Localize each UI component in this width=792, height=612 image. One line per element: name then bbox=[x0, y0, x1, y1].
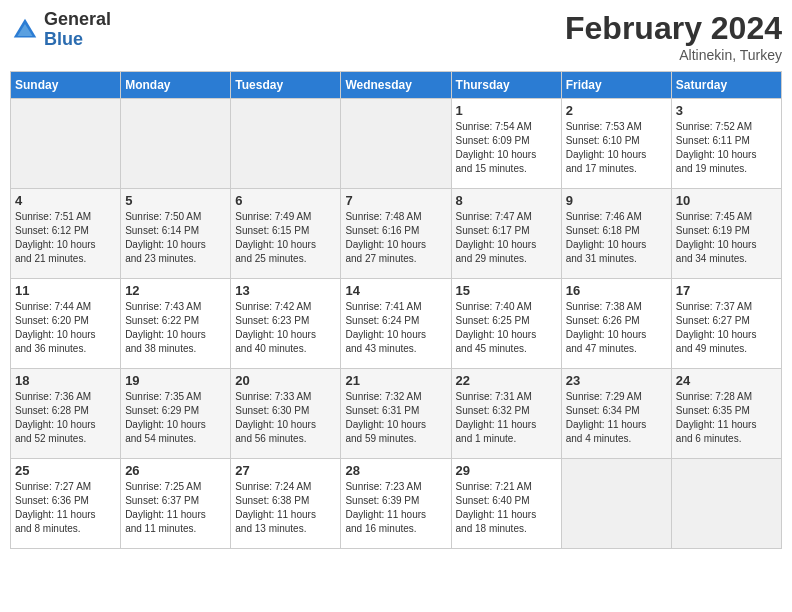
day-info: Sunrise: 7:43 AMSunset: 6:22 PMDaylight:… bbox=[125, 300, 226, 356]
day-number: 2 bbox=[566, 103, 667, 118]
calendar-cell: 10Sunrise: 7:45 AMSunset: 6:19 PMDayligh… bbox=[671, 189, 781, 279]
day-info: Sunrise: 7:35 AMSunset: 6:29 PMDaylight:… bbox=[125, 390, 226, 446]
calendar-cell: 18Sunrise: 7:36 AMSunset: 6:28 PMDayligh… bbox=[11, 369, 121, 459]
day-info: Sunrise: 7:52 AMSunset: 6:11 PMDaylight:… bbox=[676, 120, 777, 176]
day-info: Sunrise: 7:36 AMSunset: 6:28 PMDaylight:… bbox=[15, 390, 116, 446]
logo-text: General Blue bbox=[44, 10, 111, 50]
day-info: Sunrise: 7:21 AMSunset: 6:40 PMDaylight:… bbox=[456, 480, 557, 536]
day-info: Sunrise: 7:31 AMSunset: 6:32 PMDaylight:… bbox=[456, 390, 557, 446]
calendar-cell: 15Sunrise: 7:40 AMSunset: 6:25 PMDayligh… bbox=[451, 279, 561, 369]
day-info: Sunrise: 7:54 AMSunset: 6:09 PMDaylight:… bbox=[456, 120, 557, 176]
day-info: Sunrise: 7:38 AMSunset: 6:26 PMDaylight:… bbox=[566, 300, 667, 356]
calendar-cell: 21Sunrise: 7:32 AMSunset: 6:31 PMDayligh… bbox=[341, 369, 451, 459]
calendar-cell: 4Sunrise: 7:51 AMSunset: 6:12 PMDaylight… bbox=[11, 189, 121, 279]
calendar-cell: 11Sunrise: 7:44 AMSunset: 6:20 PMDayligh… bbox=[11, 279, 121, 369]
calendar-cell: 28Sunrise: 7:23 AMSunset: 6:39 PMDayligh… bbox=[341, 459, 451, 549]
title-block: February 2024 Altinekin, Turkey bbox=[565, 10, 782, 63]
calendar-cell bbox=[671, 459, 781, 549]
calendar-cell: 24Sunrise: 7:28 AMSunset: 6:35 PMDayligh… bbox=[671, 369, 781, 459]
day-info: Sunrise: 7:23 AMSunset: 6:39 PMDaylight:… bbox=[345, 480, 446, 536]
day-of-week-header: Tuesday bbox=[231, 72, 341, 99]
day-number: 5 bbox=[125, 193, 226, 208]
day-info: Sunrise: 7:33 AMSunset: 6:30 PMDaylight:… bbox=[235, 390, 336, 446]
day-info: Sunrise: 7:45 AMSunset: 6:19 PMDaylight:… bbox=[676, 210, 777, 266]
day-info: Sunrise: 7:32 AMSunset: 6:31 PMDaylight:… bbox=[345, 390, 446, 446]
day-info: Sunrise: 7:25 AMSunset: 6:37 PMDaylight:… bbox=[125, 480, 226, 536]
day-info: Sunrise: 7:27 AMSunset: 6:36 PMDaylight:… bbox=[15, 480, 116, 536]
page-header: General Blue February 2024 Altinekin, Tu… bbox=[10, 10, 782, 63]
day-info: Sunrise: 7:51 AMSunset: 6:12 PMDaylight:… bbox=[15, 210, 116, 266]
calendar-cell bbox=[121, 99, 231, 189]
logo: General Blue bbox=[10, 10, 111, 50]
calendar-cell: 27Sunrise: 7:24 AMSunset: 6:38 PMDayligh… bbox=[231, 459, 341, 549]
calendar-cell: 13Sunrise: 7:42 AMSunset: 6:23 PMDayligh… bbox=[231, 279, 341, 369]
day-info: Sunrise: 7:50 AMSunset: 6:14 PMDaylight:… bbox=[125, 210, 226, 266]
day-info: Sunrise: 7:47 AMSunset: 6:17 PMDaylight:… bbox=[456, 210, 557, 266]
calendar-cell: 25Sunrise: 7:27 AMSunset: 6:36 PMDayligh… bbox=[11, 459, 121, 549]
day-number: 20 bbox=[235, 373, 336, 388]
day-number: 16 bbox=[566, 283, 667, 298]
day-info: Sunrise: 7:41 AMSunset: 6:24 PMDaylight:… bbox=[345, 300, 446, 356]
day-info: Sunrise: 7:48 AMSunset: 6:16 PMDaylight:… bbox=[345, 210, 446, 266]
calendar-cell: 16Sunrise: 7:38 AMSunset: 6:26 PMDayligh… bbox=[561, 279, 671, 369]
calendar-cell: 23Sunrise: 7:29 AMSunset: 6:34 PMDayligh… bbox=[561, 369, 671, 459]
day-info: Sunrise: 7:44 AMSunset: 6:20 PMDaylight:… bbox=[15, 300, 116, 356]
calendar-cell: 9Sunrise: 7:46 AMSunset: 6:18 PMDaylight… bbox=[561, 189, 671, 279]
day-number: 24 bbox=[676, 373, 777, 388]
day-number: 8 bbox=[456, 193, 557, 208]
day-number: 10 bbox=[676, 193, 777, 208]
day-number: 9 bbox=[566, 193, 667, 208]
day-number: 28 bbox=[345, 463, 446, 478]
day-number: 23 bbox=[566, 373, 667, 388]
day-info: Sunrise: 7:24 AMSunset: 6:38 PMDaylight:… bbox=[235, 480, 336, 536]
calendar-cell: 1Sunrise: 7:54 AMSunset: 6:09 PMDaylight… bbox=[451, 99, 561, 189]
day-of-week-header: Sunday bbox=[11, 72, 121, 99]
day-number: 14 bbox=[345, 283, 446, 298]
calendar-title: February 2024 bbox=[565, 10, 782, 47]
calendar-cell: 22Sunrise: 7:31 AMSunset: 6:32 PMDayligh… bbox=[451, 369, 561, 459]
day-info: Sunrise: 7:42 AMSunset: 6:23 PMDaylight:… bbox=[235, 300, 336, 356]
day-number: 11 bbox=[15, 283, 116, 298]
day-info: Sunrise: 7:29 AMSunset: 6:34 PMDaylight:… bbox=[566, 390, 667, 446]
day-of-week-header: Thursday bbox=[451, 72, 561, 99]
day-number: 7 bbox=[345, 193, 446, 208]
day-number: 26 bbox=[125, 463, 226, 478]
calendar-week-row: 18Sunrise: 7:36 AMSunset: 6:28 PMDayligh… bbox=[11, 369, 782, 459]
day-number: 25 bbox=[15, 463, 116, 478]
calendar-header: SundayMondayTuesdayWednesdayThursdayFrid… bbox=[11, 72, 782, 99]
calendar-cell: 12Sunrise: 7:43 AMSunset: 6:22 PMDayligh… bbox=[121, 279, 231, 369]
calendar-cell: 17Sunrise: 7:37 AMSunset: 6:27 PMDayligh… bbox=[671, 279, 781, 369]
day-info: Sunrise: 7:37 AMSunset: 6:27 PMDaylight:… bbox=[676, 300, 777, 356]
day-of-week-header: Wednesday bbox=[341, 72, 451, 99]
calendar-cell: 20Sunrise: 7:33 AMSunset: 6:30 PMDayligh… bbox=[231, 369, 341, 459]
day-info: Sunrise: 7:28 AMSunset: 6:35 PMDaylight:… bbox=[676, 390, 777, 446]
calendar-table: SundayMondayTuesdayWednesdayThursdayFrid… bbox=[10, 71, 782, 549]
calendar-cell: 8Sunrise: 7:47 AMSunset: 6:17 PMDaylight… bbox=[451, 189, 561, 279]
day-info: Sunrise: 7:49 AMSunset: 6:15 PMDaylight:… bbox=[235, 210, 336, 266]
day-number: 13 bbox=[235, 283, 336, 298]
day-number: 3 bbox=[676, 103, 777, 118]
calendar-cell: 5Sunrise: 7:50 AMSunset: 6:14 PMDaylight… bbox=[121, 189, 231, 279]
calendar-cell: 26Sunrise: 7:25 AMSunset: 6:37 PMDayligh… bbox=[121, 459, 231, 549]
day-number: 12 bbox=[125, 283, 226, 298]
calendar-cell: 19Sunrise: 7:35 AMSunset: 6:29 PMDayligh… bbox=[121, 369, 231, 459]
day-number: 4 bbox=[15, 193, 116, 208]
day-number: 6 bbox=[235, 193, 336, 208]
calendar-week-row: 4Sunrise: 7:51 AMSunset: 6:12 PMDaylight… bbox=[11, 189, 782, 279]
day-number: 21 bbox=[345, 373, 446, 388]
day-info: Sunrise: 7:40 AMSunset: 6:25 PMDaylight:… bbox=[456, 300, 557, 356]
calendar-cell: 7Sunrise: 7:48 AMSunset: 6:16 PMDaylight… bbox=[341, 189, 451, 279]
calendar-cell: 3Sunrise: 7:52 AMSunset: 6:11 PMDaylight… bbox=[671, 99, 781, 189]
day-number: 15 bbox=[456, 283, 557, 298]
day-number: 29 bbox=[456, 463, 557, 478]
calendar-cell bbox=[231, 99, 341, 189]
calendar-week-row: 25Sunrise: 7:27 AMSunset: 6:36 PMDayligh… bbox=[11, 459, 782, 549]
calendar-cell: 2Sunrise: 7:53 AMSunset: 6:10 PMDaylight… bbox=[561, 99, 671, 189]
calendar-cell bbox=[341, 99, 451, 189]
calendar-cell: 6Sunrise: 7:49 AMSunset: 6:15 PMDaylight… bbox=[231, 189, 341, 279]
day-of-week-header: Saturday bbox=[671, 72, 781, 99]
logo-icon bbox=[10, 15, 40, 45]
calendar-location: Altinekin, Turkey bbox=[565, 47, 782, 63]
calendar-cell bbox=[11, 99, 121, 189]
calendar-cell: 14Sunrise: 7:41 AMSunset: 6:24 PMDayligh… bbox=[341, 279, 451, 369]
